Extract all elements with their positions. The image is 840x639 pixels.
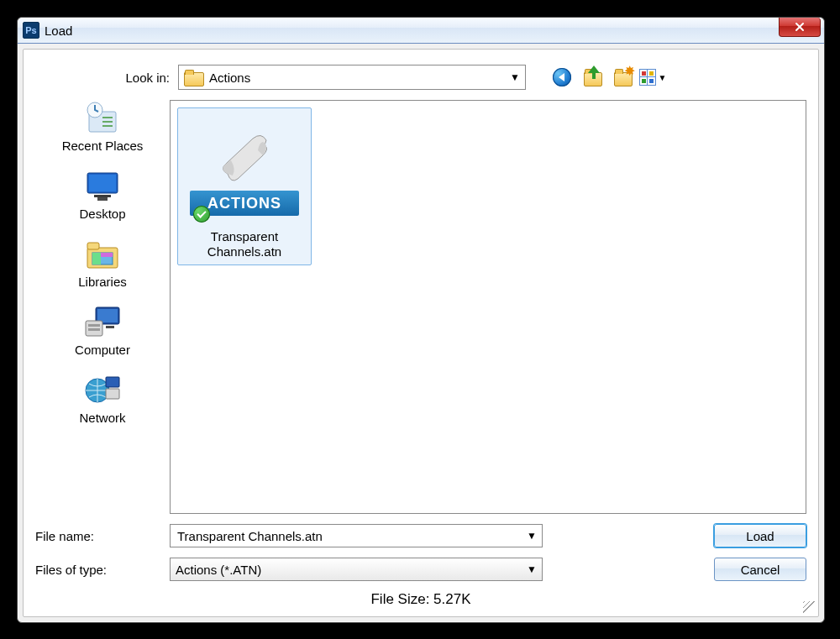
- new-folder-icon: ✸: [612, 68, 633, 86]
- svg-rect-7: [94, 195, 111, 197]
- filetype-value: Actions (*.ATN): [176, 563, 261, 577]
- svg-rect-6: [89, 175, 116, 191]
- lookin-combobox[interactable]: Actions ▼: [178, 65, 526, 90]
- svg-rect-2: [102, 117, 113, 118]
- libraries-icon: [82, 236, 123, 273]
- places-label: Network: [79, 411, 125, 425]
- close-icon: [794, 21, 806, 33]
- places-libraries[interactable]: Libraries: [78, 236, 127, 289]
- chevron-down-icon: ▼: [527, 563, 537, 575]
- nav-toolbar: ✸ ▼: [551, 66, 664, 88]
- svg-rect-19: [106, 326, 114, 328]
- lookin-label: Look in:: [35, 71, 178, 85]
- load-dialog-window: Ps Load Look in: Actions ▼: [17, 17, 825, 623]
- filename-label: File name:: [35, 529, 170, 543]
- filetype-combobox[interactable]: Actions (*.ATN) ▼: [170, 558, 543, 581]
- lookin-row: Look in: Actions ▼ ✸: [35, 65, 806, 90]
- chevron-down-icon: ▼: [510, 71, 520, 83]
- file-thumbnail: ACTIONS: [190, 115, 299, 224]
- svg-rect-10: [87, 243, 99, 249]
- lookin-value: Actions: [209, 71, 250, 85]
- app-icon: Ps: [23, 22, 39, 39]
- places-recent[interactable]: Recent Places: [62, 100, 144, 153]
- svg-rect-13: [92, 253, 101, 265]
- svg-rect-17: [88, 324, 100, 327]
- file-size-text: File Size: 5.27K: [35, 591, 806, 608]
- places-label: Desktop: [79, 207, 125, 221]
- recent-places-icon: [82, 100, 123, 137]
- close-button[interactable]: [779, 18, 821, 37]
- svg-rect-21: [106, 389, 119, 399]
- svg-rect-8: [97, 197, 108, 201]
- load-button[interactable]: Load: [714, 524, 806, 547]
- file-name: Transparent Channels.atn: [207, 229, 281, 259]
- filename-row: File name: ▼ Load: [35, 524, 806, 547]
- folder-icon: [184, 70, 202, 85]
- window-title: Load: [45, 24, 72, 38]
- check-badge-icon: [193, 206, 210, 223]
- network-icon: [82, 372, 123, 409]
- action-script-icon: [211, 123, 278, 191]
- filename-input[interactable]: [176, 528, 537, 544]
- places-network[interactable]: Network: [79, 372, 125, 425]
- desktop-icon: [82, 168, 123, 205]
- new-folder-button[interactable]: ✸: [612, 66, 633, 88]
- main-row: Recent Places Desktop: [35, 100, 806, 514]
- svg-rect-22: [106, 377, 119, 387]
- places-label: Libraries: [78, 275, 127, 289]
- filetype-row: Files of type: Actions (*.ATN) ▼ Cancel: [35, 558, 806, 581]
- view-menu-icon: ▼: [639, 69, 667, 86]
- dialog-body: Look in: Actions ▼ ✸: [23, 49, 819, 617]
- titlebar: Ps Load: [18, 18, 824, 44]
- places-computer[interactable]: Computer: [75, 304, 130, 357]
- places-desktop[interactable]: Desktop: [79, 168, 125, 221]
- places-label: Computer: [75, 343, 130, 357]
- back-button[interactable]: [551, 66, 573, 88]
- bottom-panel: File name: ▼ Load Files of type: Actions…: [35, 524, 806, 608]
- filetype-label: Files of type:: [35, 563, 170, 577]
- back-icon: [553, 68, 571, 86]
- file-item[interactable]: ACTIONS Transparent Channels.atn: [177, 107, 312, 265]
- file-list[interactable]: ACTIONS Transparent Channels.atn: [170, 100, 806, 514]
- svg-rect-4: [102, 125, 113, 127]
- svg-rect-3: [102, 121, 113, 123]
- resize-grip[interactable]: [803, 601, 816, 615]
- places-label: Recent Places: [62, 139, 144, 153]
- places-bar: Recent Places Desktop: [35, 100, 170, 514]
- chevron-down-icon: ▼: [527, 530, 537, 542]
- view-menu-button[interactable]: ▼: [642, 66, 664, 88]
- svg-rect-18: [88, 328, 100, 331]
- cancel-button[interactable]: Cancel: [714, 558, 806, 581]
- computer-icon: [82, 304, 123, 341]
- up-one-level-button[interactable]: [581, 66, 603, 88]
- filename-combobox[interactable]: ▼: [170, 524, 543, 547]
- up-one-level-icon: [582, 68, 602, 86]
